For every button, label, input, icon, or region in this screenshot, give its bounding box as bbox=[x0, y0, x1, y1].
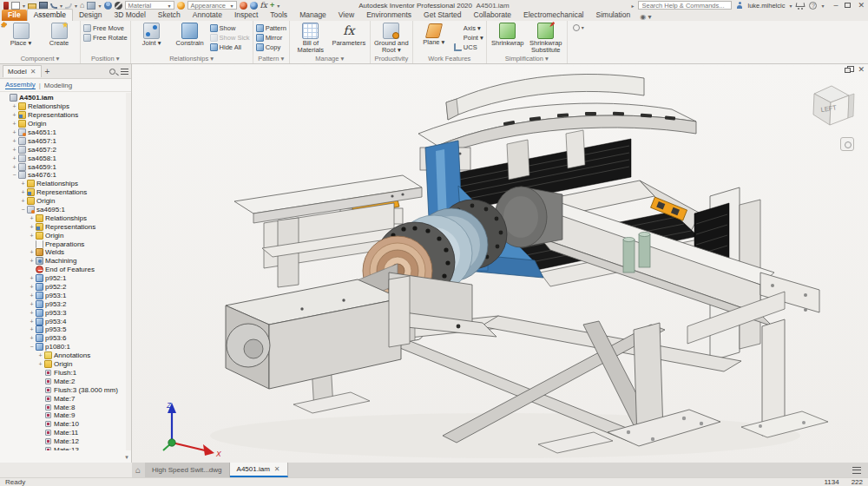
tree-item-mate-9[interactable]: Mate:9 bbox=[0, 411, 126, 420]
tree-expander-icon[interactable]: + bbox=[29, 224, 35, 230]
tree-item-welds[interactable]: +Welds bbox=[0, 248, 126, 257]
home-tab-icon[interactable]: ⌂ bbox=[135, 465, 141, 475]
tab-collaborate[interactable]: Collaborate bbox=[468, 10, 517, 21]
panel-label-component[interactable]: Component ▾ bbox=[3, 54, 77, 63]
doc-restore-icon[interactable] bbox=[845, 68, 851, 73]
tree-expander-icon[interactable]: + bbox=[29, 284, 35, 290]
tree-item-p1080-1[interactable]: −p1080:1 bbox=[0, 343, 126, 351]
show-sick-button[interactable]: Show Sick bbox=[210, 33, 250, 42]
tree-item-p952-2[interactable]: +p952:2 bbox=[0, 283, 126, 292]
tree-item-mate-11[interactable]: Mate:11 bbox=[0, 429, 126, 437]
tree-item-p953-5[interactable]: +p953:5 bbox=[0, 325, 126, 334]
copy-appearance-icon[interactable] bbox=[250, 2, 258, 10]
home-view-icon[interactable]: ⌂ bbox=[80, 2, 84, 10]
tree-item-p953-6[interactable]: +p953:6 bbox=[0, 334, 126, 343]
tree-item-mate-8[interactable]: Mate:8 bbox=[0, 403, 126, 411]
toolbar-overflow-arrow[interactable]: ▾ bbox=[277, 3, 279, 9]
joint-button[interactable]: Joint ▾ bbox=[134, 22, 170, 47]
motor-gearbox[interactable] bbox=[226, 276, 410, 389]
clear-material-icon[interactable] bbox=[115, 2, 122, 10]
tree-expander-icon[interactable]: + bbox=[37, 352, 43, 358]
ground-and-root-button[interactable]: Ground and Root ▾ bbox=[373, 22, 410, 54]
panel-label-pattern[interactable]: Pattern ▾ bbox=[256, 54, 286, 63]
iproperties-icon[interactable] bbox=[104, 2, 112, 10]
tree-expander-icon[interactable]: + bbox=[11, 129, 17, 135]
tab-inspect[interactable]: Inspect bbox=[228, 10, 264, 21]
tree-item-sa4657-2[interactable]: +sa4657:2 bbox=[0, 145, 126, 154]
tree-item-origin[interactable]: +Origin bbox=[0, 231, 126, 240]
tree-expander-icon[interactable]: + bbox=[11, 103, 17, 109]
restore-button[interactable] bbox=[845, 3, 851, 8]
tab-simulation[interactable]: Simulation bbox=[590, 10, 637, 21]
tree-item-flush-1[interactable]: Flush:1 bbox=[0, 369, 126, 378]
tree-item-mate-7[interactable]: Mate:7 bbox=[0, 394, 126, 403]
panel-label-simplification[interactable]: Simplification ▾ bbox=[490, 54, 564, 63]
tree-expander-icon[interactable]: + bbox=[29, 301, 35, 307]
search-collapse-arrow[interactable]: ▸ bbox=[631, 3, 634, 9]
browser-add-tab-icon[interactable]: + bbox=[45, 67, 50, 76]
doc-tab-a4501-iam[interactable]: A4501.iam✕ bbox=[230, 463, 288, 477]
panel-label-position[interactable]: Position ▾ bbox=[83, 54, 128, 63]
new-file-icon[interactable] bbox=[11, 2, 20, 10]
tree-expander-icon[interactable]: − bbox=[20, 207, 26, 213]
tree-expander-icon[interactable]: + bbox=[11, 112, 17, 118]
tab-design[interactable]: Design bbox=[73, 10, 108, 21]
ribbon-expand-button[interactable]: ▾ bbox=[568, 21, 589, 63]
tab-3d-model[interactable]: 3D Model bbox=[108, 10, 151, 21]
appearance-combo[interactable]: Appearance▾ bbox=[187, 1, 237, 10]
tree-item-a4501-iam[interactable]: A4501.iam bbox=[0, 94, 126, 102]
tree-item-p953-3[interactable]: +p953:3 bbox=[0, 308, 126, 317]
plane-button[interactable]: Plane ▾ bbox=[416, 22, 452, 46]
tree-expander-icon[interactable]: + bbox=[20, 189, 26, 195]
point-button[interactable]: Point ▾ bbox=[454, 33, 483, 42]
tree-item-p953-4[interactable]: +p953:4 bbox=[0, 317, 126, 325]
axis-button[interactable]: Axis ▾ bbox=[454, 23, 483, 32]
parameters-button[interactable]: fxParameters bbox=[331, 22, 367, 47]
tree-expander-icon[interactable]: + bbox=[29, 215, 35, 221]
close-button[interactable]: ✕ bbox=[858, 2, 865, 10]
navigation-wheel-icon[interactable] bbox=[840, 137, 854, 151]
tree-item-mate-13[interactable]: Mate:13 bbox=[0, 446, 126, 450]
browser-scroll-down-icon[interactable]: ▾ bbox=[122, 452, 131, 463]
tree-expander-icon[interactable]: + bbox=[29, 335, 35, 341]
mirror-button[interactable]: Mirror bbox=[256, 33, 286, 42]
mode-modeling[interactable]: Modeling bbox=[44, 82, 72, 89]
doctab-menu-icon[interactable] bbox=[852, 467, 861, 474]
free-rotate-button[interactable]: Free Rotate bbox=[83, 33, 128, 42]
browser-tab-close-icon[interactable]: ✕ bbox=[30, 68, 36, 76]
tree-expander-icon[interactable]: + bbox=[11, 147, 17, 153]
tab-tools[interactable]: Tools bbox=[264, 10, 293, 21]
tree-expander-icon[interactable]: + bbox=[37, 361, 43, 367]
tree-item-origin[interactable]: +Origin bbox=[0, 120, 126, 128]
tree-item-machining[interactable]: +Machining bbox=[0, 257, 126, 266]
tree-item-p953-1[interactable]: +p953:1 bbox=[0, 291, 126, 299]
create-button[interactable]: Create bbox=[41, 22, 77, 47]
tree-item-mate-2[interactable]: Mate:2 bbox=[0, 377, 126, 385]
bill-of-materials-button[interactable]: Bill of Materials bbox=[293, 22, 329, 54]
browser-menu-icon[interactable] bbox=[121, 69, 128, 75]
help-dropdown-arrow[interactable]: ▾ bbox=[821, 3, 824, 9]
tab-annotate[interactable]: Annotate bbox=[187, 10, 228, 21]
tab-manage[interactable]: Manage bbox=[293, 10, 332, 21]
panel-label-manage[interactable]: Manage ▾ bbox=[293, 54, 367, 63]
tree-item-representations[interactable]: +Representations bbox=[0, 188, 126, 197]
view-cube[interactable]: LEFT bbox=[804, 78, 856, 134]
tree-item-sa4659-1[interactable]: +sa4659:1 bbox=[0, 162, 126, 171]
store-cart-icon[interactable] bbox=[796, 2, 805, 9]
show-button[interactable]: Show bbox=[210, 23, 250, 32]
tree-expander-icon[interactable]: + bbox=[29, 326, 35, 332]
tab-get-started[interactable]: Get Started bbox=[418, 10, 467, 21]
doc-tab-high-speed-swit-dwg[interactable]: High Speed Swit...dwg bbox=[145, 463, 230, 477]
user-name[interactable]: luke.mihelcic bbox=[747, 2, 785, 10]
search-input[interactable] bbox=[638, 1, 732, 10]
tree-item-origin[interactable]: +Origin bbox=[0, 360, 126, 369]
tab-electromechanical[interactable]: Electromechanical bbox=[517, 10, 589, 21]
doc-tab-close-icon[interactable]: ✕ bbox=[274, 465, 280, 473]
ucs-button[interactable]: UCS bbox=[454, 43, 483, 51]
browser-search-icon[interactable] bbox=[109, 69, 115, 75]
parameters-quick-icon[interactable]: fx bbox=[260, 2, 267, 10]
shrinkwrap-substitute-button[interactable]: Shrinkwrap Substitute bbox=[528, 22, 564, 54]
tree-expander-icon[interactable]: + bbox=[11, 138, 17, 144]
tab-environments[interactable]: Environments bbox=[360, 10, 418, 21]
tree-item-mate-12[interactable]: Mate:12 bbox=[0, 437, 126, 446]
